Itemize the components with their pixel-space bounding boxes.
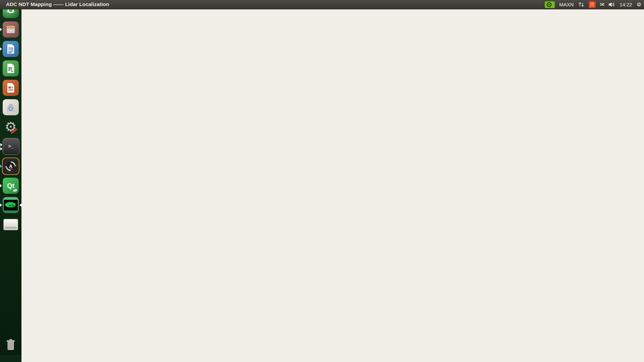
nvidia-icon[interactable] [545,1,555,8]
dock-item-libreoffice-impress[interactable] [3,80,19,96]
dock-item-software-updater[interactable]: A [3,158,19,174]
svg-text:A: A [9,164,12,169]
app-window [21,9,644,362]
focused-indicator [0,165,2,168]
running-indicator [0,184,2,187]
dock-item-qt-creator[interactable]: Qt [3,178,19,194]
running-indicator [0,147,2,150]
mail-icon[interactable]: ✉ [600,2,604,7]
dock-item-file-manager[interactable] [3,21,19,38]
dock-item-trash[interactable] [3,337,19,353]
dock-item-terminal[interactable]: >_ [3,138,19,155]
software-bag-icon [5,102,16,113]
volume-icon[interactable] [609,2,615,7]
session-gear-icon[interactable]: ⚙ [637,2,641,7]
hard-disk-icon [3,219,18,230]
calc-spreadsheet-icon [6,63,16,74]
updater-icon: A [5,160,17,172]
impress-presentation-icon [6,82,16,93]
dock-item-software-center[interactable] [3,99,19,115]
running-indicator [0,28,2,31]
trash-icon [5,338,16,352]
updown-arrows-icon[interactable] [578,2,584,7]
dock-item-lidar-mapping-app[interactable] [3,197,19,213]
dock-item-hard-disk[interactable] [3,217,19,233]
window-title: ADC NDT Mapping ------ Lidar Localizatio… [6,1,109,7]
dock-item-libreoffice-calc[interactable] [3,60,19,76]
running-indicator [0,203,2,207]
dock-item-system-settings[interactable]: ⚙ [3,119,19,135]
clock: 14:22 [620,2,632,7]
dock-item-libreoffice-writer[interactable] [3,41,19,57]
gpu-mode-label: MAXN [559,2,574,7]
system-tray: MAXN ✉ 14:22 ⚙ [545,0,641,9]
launcher-dock: ⚙ >_ A Qt [0,0,21,355]
top-panel: ADC NDT Mapping ------ Lidar Localizatio… [0,0,644,9]
running-indicator [0,143,2,146]
pinyin-input-icon[interactable] [589,1,596,8]
terminal-prompt-icon: >_ [8,144,14,149]
writer-document-icon [6,44,16,54]
file-cabinet-icon [5,24,16,35]
leaf-icon [13,189,17,192]
pointcloud-thumbnail-icon [4,200,18,210]
running-indicator [0,47,2,51]
